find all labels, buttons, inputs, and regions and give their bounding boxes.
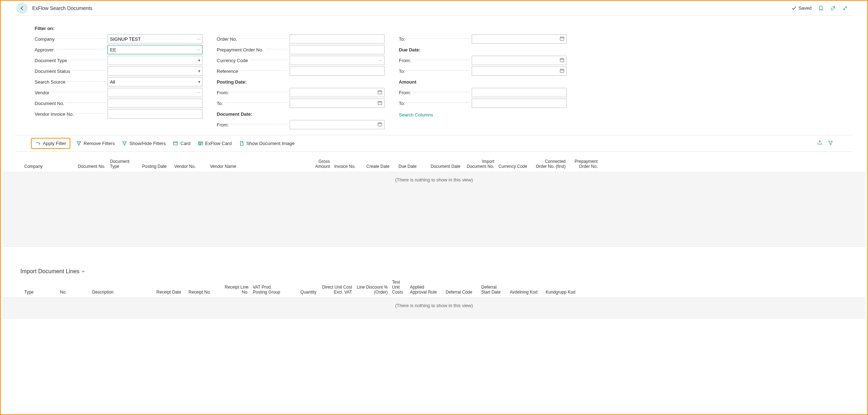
prepayment-order-no-input[interactable] [290,45,385,54]
calendar-icon[interactable] [560,68,565,74]
document-date-to-input[interactable] [472,34,567,44]
col-connected-order-no[interactable]: Connected Order No. (first) [532,159,568,169]
col-vendor-no[interactable]: Vendor No. [172,164,208,169]
approver-input[interactable] [107,45,202,54]
posting-date-from-label: From: [217,90,229,95]
col2-deferral-code[interactable]: Deferral Code [443,290,479,295]
apply-filter-button[interactable]: Apply Filter [35,139,67,148]
due-date-to-label: To: [399,69,405,74]
col-vendor-name[interactable]: Vendor Name [208,164,301,169]
company-input[interactable] [107,34,202,44]
card-button[interactable]: Card [169,139,194,148]
prepayment-order-no-label: Prepayment Order No. [217,47,264,52]
col-import-document-no[interactable]: Import Document No. [464,159,496,169]
open-new-window-icon[interactable] [830,5,836,11]
col-currency-code[interactable]: Currency Code [496,164,532,169]
col2-direct-unit-cost[interactable]: Direct Unit Cost Excl. VAT [318,285,354,295]
document-type-select[interactable] [107,56,202,65]
posting-date-to-input[interactable] [290,99,385,108]
order-no-input[interactable] [290,34,385,44]
col2-receipt-date[interactable]: Receipt Date [154,290,186,295]
documents-grid-header: Company Document No. Document Type Posti… [1,152,867,172]
bookmark-icon[interactable] [818,5,824,11]
col-gross-amount[interactable]: Gross Amount [301,159,332,169]
svg-rect-4 [560,58,564,61]
show-hide-filters-button[interactable]: Show/Hide Filters [118,139,169,148]
col-prepayment-order-no[interactable]: Prepayment Order No. [568,159,600,169]
calendar-icon[interactable] [377,100,382,106]
col2-receipt-no[interactable]: Receipt No. [186,290,222,295]
document-date-from-label: From: [217,122,229,128]
calendar-icon[interactable] [560,36,565,42]
col2-receipt-line-no[interactable]: Receipt Line No. [222,285,251,295]
document-status-select[interactable] [107,66,202,76]
amount-heading: Amount [399,79,416,85]
document-date-from-input[interactable] [290,120,385,129]
posting-date-heading: Posting Date: [217,79,247,85]
show-document-image-button[interactable]: Show Document Image [235,139,298,148]
col2-avdelning-kod[interactable]: Avdelning Kod [508,290,543,295]
document-no-input[interactable] [107,99,202,108]
svg-rect-1 [378,101,382,104]
card-icon [173,141,178,146]
due-date-heading: Due Date: [399,47,421,52]
exflow-card-icon [198,141,203,146]
collapse-icon[interactable] [842,5,848,11]
col-posting-date[interactable]: Posting Date [140,164,172,169]
currency-code-input[interactable] [290,56,385,65]
share-icon[interactable] [817,140,823,147]
page-title: ExFlow Search Documents [32,5,92,11]
search-source-select[interactable] [107,77,202,86]
col2-kundgrupp-kod[interactable]: Kundgrupp Kod [543,290,579,295]
import-document-lines-section[interactable]: Import Document Lines [20,268,848,275]
search-columns-link[interactable]: Search Columns [399,109,433,118]
col-document-date[interactable]: Document Date [428,164,464,169]
due-date-from-input[interactable] [472,56,567,65]
col2-description[interactable]: Description [90,290,154,295]
col2-applied-approval-rule[interactable]: Applied Approval Rule [408,285,443,295]
lines-grid-empty: (There is nothing to show in this view) [2,298,866,319]
exflow-card-button[interactable]: ExFlow Card [194,139,235,148]
posting-date-from-input[interactable] [290,88,385,97]
svg-rect-5 [560,69,564,72]
back-button[interactable] [16,2,28,14]
calendar-icon[interactable] [377,90,382,96]
amount-from-input[interactable] [472,88,567,97]
approver-label: Approver: [35,47,55,52]
calendar-icon[interactable] [560,58,565,64]
due-date-from-label: From: [399,58,411,63]
vendor-invoice-no-input[interactable] [107,109,202,119]
checkmark-icon [791,5,797,11]
documents-grid-empty: (There is nothing to show in this view) [2,172,866,247]
amount-to-input[interactable] [472,99,567,108]
col-due-date[interactable]: Due Date [396,164,428,169]
due-date-to-input[interactable] [472,66,567,76]
company-label: Company [35,36,55,42]
remove-filters-icon [76,141,81,146]
reference-input[interactable] [290,66,385,76]
col2-no[interactable]: No. [58,290,90,295]
col-company[interactable]: Company [22,164,76,169]
col2-line-discount[interactable]: Line Discount % (Order) [354,285,390,295]
col-create-date[interactable]: Create Date [364,164,396,169]
col-document-no[interactable]: Document No. [76,164,108,169]
remove-filters-button[interactable]: Remove Filters [72,139,118,148]
document-image-icon [239,141,244,146]
col-document-type[interactable]: Document Type [108,159,140,169]
col2-vat-prod-posting-group[interactable]: VAT Prod. Posting Group [251,285,283,295]
svg-rect-0 [378,90,382,94]
svg-rect-3 [560,37,564,40]
col2-quantity[interactable]: Quantity [283,290,318,295]
col2-type[interactable]: Type [22,290,58,295]
filter-icon[interactable] [828,140,833,147]
posting-date-to-label: To: [217,101,223,106]
apply-filter-icon [35,141,41,146]
col-invoice-no[interactable]: Invoice No. [332,164,364,169]
vendor-label: Vendor [35,90,49,95]
amount-to-label: To: [399,101,405,106]
col2-test-unit-costs[interactable]: Test Unit Costs [390,280,408,295]
col2-deferral-start-date[interactable]: Deferral Start Date [479,285,508,295]
vendor-input[interactable] [107,88,202,97]
show-hide-filters-icon [122,141,127,146]
calendar-icon[interactable] [377,122,382,128]
